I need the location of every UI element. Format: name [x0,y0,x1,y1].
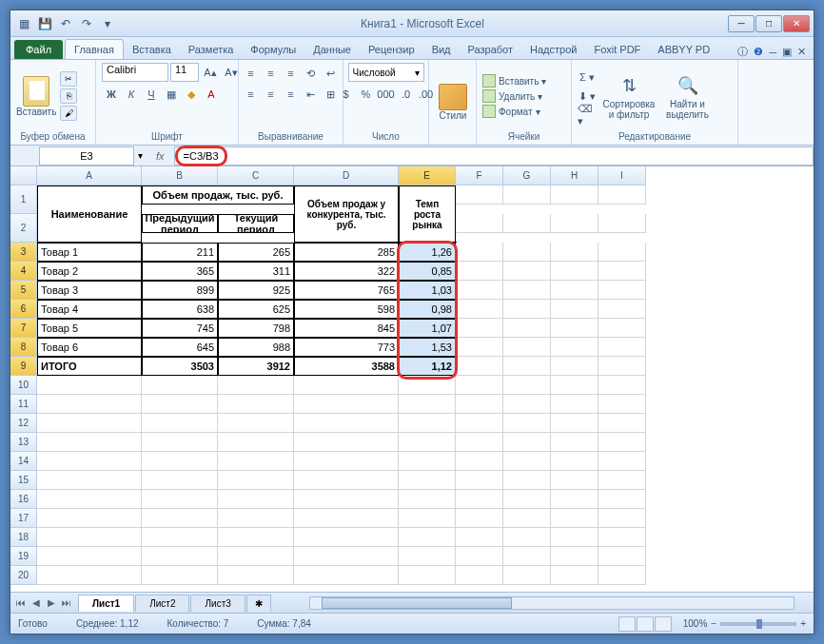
cell-empty[interactable] [399,490,456,509]
qat-dropdown-icon[interactable]: ▾ [98,14,117,33]
tab-addins[interactable]: Надстрой [521,40,585,59]
cell-empty[interactable] [399,547,456,566]
align-top-icon[interactable]: ≡ [242,65,261,82]
cell-empty[interactable] [551,452,598,471]
cell-empty[interactable] [37,547,142,566]
cell-E5[interactable]: 1,03 [399,281,456,300]
cell-C3[interactable]: 265 [218,243,294,262]
border-icon[interactable]: ▦ [162,86,181,103]
cell-empty[interactable] [551,319,598,338]
cell-empty[interactable] [37,490,142,509]
cell-empty[interactable] [294,547,399,566]
align-left-icon[interactable]: ≡ [242,86,261,103]
sheet-next-icon[interactable]: ▶ [45,597,58,608]
cell-empty[interactable] [598,243,646,262]
zoom-out-icon[interactable]: − [711,618,716,629]
font-size-select[interactable]: 11 [170,63,199,82]
cell-empty[interactable] [503,566,551,585]
cell-empty[interactable] [503,433,551,452]
tab-data[interactable]: Данные [304,40,360,59]
cell-empty[interactable] [551,471,598,490]
cell-B3[interactable]: 211 [142,243,218,262]
cell-empty[interactable] [551,357,598,376]
styles-button[interactable]: Стили [435,80,471,125]
cell-empty[interactable] [294,433,399,452]
cell-A9[interactable]: ИТОГО [37,357,142,376]
cell-empty[interactable] [218,566,294,585]
cell-empty[interactable] [456,281,503,300]
cell-B4[interactable]: 365 [142,262,218,281]
cell-empty[interactable] [598,414,646,433]
bold-button[interactable]: Ж [102,86,121,103]
cell-A2[interactable]: Наименование [37,185,142,243]
cell-B7[interactable]: 745 [142,319,218,338]
select-all-corner[interactable] [10,166,37,185]
cell-empty[interactable] [598,338,646,357]
cell-empty[interactable] [551,490,598,509]
cell-empty[interactable] [294,566,399,585]
tab-insert[interactable]: Вставка [124,40,180,59]
horizontal-scrollbar[interactable] [309,596,795,610]
cell-C2[interactable]: Текущий период [218,214,294,233]
cell-empty[interactable] [503,185,551,205]
cell-C8[interactable]: 988 [218,338,294,357]
cell-empty[interactable] [294,471,399,490]
cell-D7[interactable]: 845 [294,319,399,338]
cell-D9[interactable]: 3588 [294,357,399,376]
cell-empty[interactable] [456,452,503,471]
tab-formulas[interactable]: Формулы [242,40,304,59]
cell-empty[interactable] [456,300,503,319]
cell-empty[interactable] [456,509,503,528]
delete-cells-button[interactable]: Удалить ▾ [482,89,546,103]
percent-icon[interactable]: % [357,86,376,103]
cell-empty[interactable] [399,395,456,414]
find-select-button[interactable]: 🔍 Найти и выделить [661,72,714,120]
cell-empty[interactable] [294,452,399,471]
cell-empty[interactable] [37,509,142,528]
file-tab[interactable]: Файл [14,40,63,59]
paste-button[interactable]: Вставить [16,76,56,117]
sheet-first-icon[interactable]: ⏮ [14,597,28,608]
cell-empty[interactable] [37,395,142,414]
cell-empty[interactable] [142,490,218,509]
row-header-1[interactable]: 1 [10,185,37,214]
cell-empty[interactable] [551,433,598,452]
cell-C4[interactable]: 311 [218,262,294,281]
cell-A7[interactable]: Товар 5 [37,319,142,338]
cell-empty[interactable] [551,547,598,566]
cell-empty[interactable] [37,433,142,452]
cell-empty[interactable] [142,509,218,528]
cell-B1C1[interactable]: Объем продаж, тыс. руб. [142,185,294,205]
cell-D8[interactable]: 773 [294,338,399,357]
number-format-select[interactable]: Числовой▾ [348,63,424,82]
cell-E2[interactable]: Темп роста рынка [399,185,456,243]
cell-empty[interactable] [551,414,598,433]
cell-empty[interactable] [503,281,551,300]
cell-C5[interactable]: 925 [218,281,294,300]
row-header-2[interactable]: 2 [10,214,37,243]
cell-empty[interactable] [456,214,503,233]
cell-empty[interactable] [37,528,142,547]
fx-icon[interactable]: fx [147,150,174,162]
italic-button[interactable]: К [122,86,141,103]
cell-empty[interactable] [218,547,294,566]
cell-D2[interactable]: Объем продаж у конкурента, тыс. руб. [294,185,399,243]
row-header-20[interactable]: 20 [10,566,37,585]
cell-empty[interactable] [456,185,503,205]
cell-empty[interactable] [503,490,551,509]
cell-empty[interactable] [456,471,503,490]
cell-empty[interactable] [503,319,551,338]
cell-empty[interactable] [598,528,646,547]
cell-empty[interactable] [456,395,503,414]
cell-empty[interactable] [37,471,142,490]
cell-empty[interactable] [456,528,503,547]
cell-empty[interactable] [37,414,142,433]
align-middle-icon[interactable]: ≡ [262,65,281,82]
row-header-14[interactable]: 14 [10,452,37,471]
cell-empty[interactable] [218,490,294,509]
cell-C7[interactable]: 798 [218,319,294,338]
page-break-view-icon[interactable] [655,616,672,632]
cell-E8[interactable]: 1,53 [399,338,456,357]
cell-empty[interactable] [399,509,456,528]
cell-empty[interactable] [142,414,218,433]
